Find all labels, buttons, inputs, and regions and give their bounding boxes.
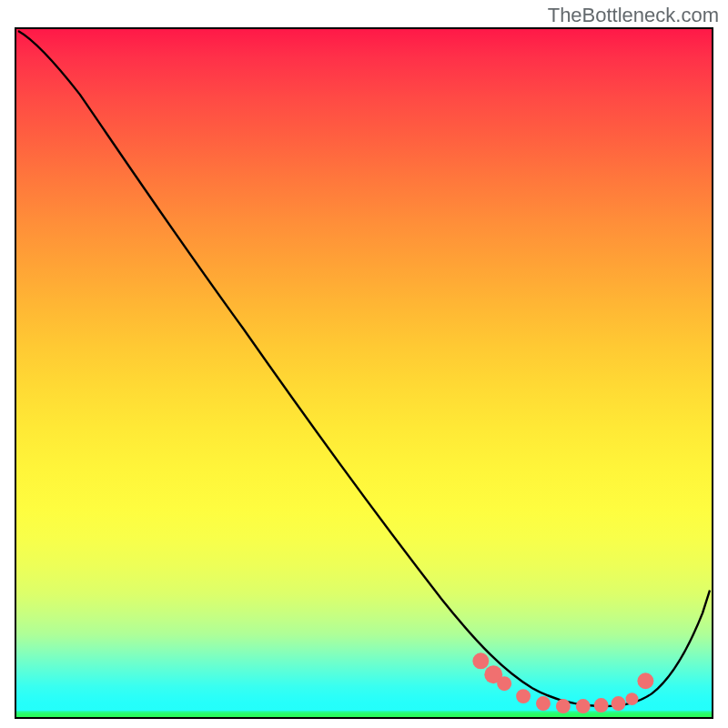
data-bead [612, 696, 626, 711]
data-bead [625, 693, 638, 705]
data-bead [536, 696, 551, 711]
data-bead [556, 699, 571, 713]
data-bead [594, 698, 609, 713]
bottleneck-curve [16, 29, 712, 717]
chart-plot-area [15, 27, 713, 719]
curve-path [18, 31, 710, 706]
data-bead [576, 699, 591, 713]
data-bead [497, 676, 511, 691]
attribution-text: TheBottleneck.com [548, 4, 719, 27]
data-bead [637, 672, 653, 689]
data-bead [472, 652, 489, 669]
data-bead [516, 689, 531, 703]
